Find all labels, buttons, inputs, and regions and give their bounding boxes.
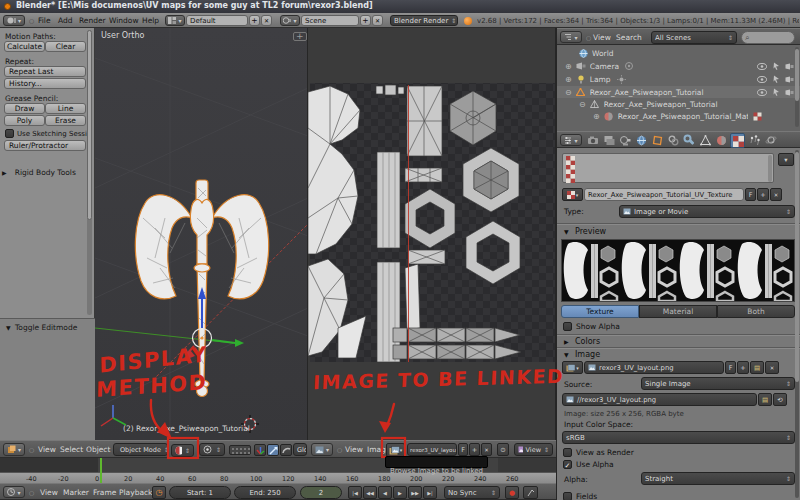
gp-poly-button[interactable]: Poly [4, 115, 45, 126]
image-fake-user-button[interactable]: F [725, 361, 736, 374]
end-frame-field[interactable]: End: 250 [234, 486, 296, 499]
time-toggle-button[interactable]: ◷ [152, 486, 166, 499]
menu-select-3d[interactable]: Select [60, 445, 83, 454]
play-button[interactable]: ▶ [393, 486, 407, 499]
ruler-protractor-button[interactable]: Ruler/Protractor [4, 140, 86, 151]
texture-fake-user-button[interactable]: F [745, 188, 756, 201]
image-plus-button[interactable]: + [737, 361, 749, 374]
outliner-row-camera[interactable]: ⊕ Camera [557, 60, 800, 72]
delete-layout-button[interactable]: ✕ [261, 15, 272, 26]
play-reverse-button[interactable]: ◀ [378, 486, 392, 499]
editor-type-selector-3d[interactable]: ▾ [3, 443, 25, 456]
prev-keyframe-button[interactable]: ◀◀ [363, 486, 377, 499]
show-alpha-checkbox[interactable] [563, 322, 572, 331]
outliner-scrollbar[interactable] [795, 47, 799, 127]
texture-slots-list[interactable] [562, 153, 774, 183]
current-frame-indicator[interactable] [100, 458, 102, 483]
tab-texture-active[interactable] [730, 133, 745, 148]
panel-plus-icon[interactable]: + [293, 32, 307, 41]
tab-render-layers[interactable] [603, 134, 616, 147]
menu-view-outliner[interactable]: View [593, 33, 611, 42]
image-section-header[interactable]: Image [575, 350, 600, 359]
expander-icon[interactable]: ⊕ [593, 112, 600, 121]
expander-icon[interactable]: ⊕ [565, 62, 572, 71]
menu-toggle-icon[interactable]: ○ [586, 34, 591, 41]
slot-menu-button[interactable]: ▾ [778, 153, 794, 166]
screen-layout-field[interactable]: Default [186, 15, 248, 26]
menu-help[interactable]: Help [142, 16, 159, 25]
expander-icon[interactable]: ⊕ [565, 75, 572, 84]
rigid-body-tools-panel-header[interactable]: ▶ Rigid Body Tools [2, 160, 86, 172]
texture-browse-button[interactable]: ▾ [562, 188, 583, 201]
texture-plus-button[interactable]: + [757, 188, 769, 201]
add-scene-button[interactable]: + [360, 15, 371, 26]
filepath-field[interactable]: //rexor3_UV_layout.png [562, 393, 757, 406]
outliner-row-material[interactable]: ⊕ Rexor_Axe_Psiweapon_Tutorial_Material [557, 110, 800, 122]
viewport-shading-select[interactable]: ⇕ [171, 444, 194, 457]
image-browse-button[interactable]: ▾ [562, 361, 583, 374]
next-keyframe-button[interactable]: ▶▶ [408, 486, 422, 499]
menu-file[interactable]: File [38, 16, 51, 25]
selectable-arrow-icon[interactable] [773, 62, 780, 70]
outliner-row-object[interactable]: ⊖ Rexor_Axe_Psiweapon_Tutorial [557, 86, 800, 98]
toggle-editmode-label[interactable]: Toggle Editmode [15, 323, 77, 332]
menu-marker[interactable]: Marker [63, 488, 89, 497]
preview-material-button[interactable]: Material [639, 305, 717, 318]
tab-modifiers[interactable] [683, 134, 696, 147]
type-select[interactable]: Image or Movie ⇕ [619, 205, 795, 218]
filepath-browse-button[interactable]: ▤ [758, 393, 772, 406]
menu-toggle-icon[interactable]: ○ [29, 446, 34, 453]
outliner-row-lamp[interactable]: ⊕ Lamp [557, 73, 800, 85]
source-select[interactable]: Single Image ⇕ [641, 377, 795, 390]
tab-constraints[interactable] [667, 134, 680, 147]
tab-object[interactable] [651, 134, 664, 147]
calculate-button[interactable]: Calculate [4, 41, 45, 52]
manipulator-axis-button[interactable] [254, 444, 266, 456]
tool-shelf-scrollbar[interactable] [87, 30, 92, 315]
fake-user-button[interactable]: F [458, 443, 468, 456]
menu-view-time[interactable]: View [40, 488, 58, 497]
scene-icon-button[interactable]: ▾ [280, 15, 300, 26]
manipulator-rotate-button[interactable] [280, 444, 292, 456]
render-engine-select[interactable]: Blender Render ⇕ [390, 15, 458, 26]
scene-field[interactable]: Scene [301, 15, 359, 26]
preview-both-button[interactable]: Both [717, 305, 795, 318]
texture-name-field[interactable]: Rexor_Axe_Psiweapon_Tutorial_UV_Texture [584, 188, 744, 201]
pin-button[interactable]: ⊙ [497, 443, 509, 456]
menu-toggle-icon[interactable]: ○ [29, 489, 34, 496]
outliner-row-mesh-data[interactable]: ⊖ Rexor_Axe_Psiweapon_Tutorial [557, 98, 800, 110]
add-layout-button[interactable]: + [249, 15, 260, 26]
arrow-down-icon[interactable]: ▼ [564, 228, 569, 235]
screen-layout-icon-button[interactable]: ▾ [165, 15, 185, 26]
image-name-field-props[interactable]: rexor3_UV_layout.png [584, 361, 724, 374]
manipulator-translate-button[interactable] [267, 444, 279, 456]
eye-icon[interactable] [757, 76, 767, 83]
use-alpha-checkbox[interactable]: ✓ [563, 460, 572, 469]
menu-frame[interactable]: Frame [93, 488, 116, 497]
view-as-render-checkbox[interactable] [563, 448, 572, 457]
jump-start-button[interactable]: |◀ [348, 486, 362, 499]
layers-widget[interactable] [229, 445, 251, 455]
screencast-keys-button[interactable] [523, 486, 538, 499]
gp-line-button[interactable]: Line [45, 103, 86, 114]
tab-world[interactable] [635, 134, 648, 147]
editor-type-selector-timeline[interactable]: ▾ [3, 486, 25, 498]
menu-add[interactable]: Add [58, 16, 73, 25]
menu-render[interactable]: Render [79, 16, 106, 25]
properties-scrollbar[interactable] [795, 150, 799, 498]
outliner-row-world[interactable]: World [557, 47, 800, 59]
render-toggle-camera-icon[interactable] [785, 76, 794, 83]
colors-section-header[interactable]: Colors [575, 337, 600, 346]
browse-image-button[interactable]: ▾ [386, 443, 405, 457]
history-button[interactable]: History... [4, 78, 86, 89]
editor-type-selector-outliner[interactable]: ▾ [560, 31, 582, 43]
tab-render[interactable] [587, 134, 600, 147]
repeat-last-button[interactable]: Repeat Last [4, 66, 86, 77]
menu-window[interactable]: Window [109, 16, 139, 25]
arrow-down-icon[interactable]: ▼ [564, 351, 569, 358]
new-image-button[interactable]: + [469, 443, 480, 456]
tab-scene[interactable] [619, 134, 632, 147]
delete-scene-button[interactable]: ✕ [372, 15, 383, 26]
fields-checkbox[interactable] [563, 492, 572, 500]
mode-select[interactable]: Object Mode ⇕ [113, 443, 168, 456]
